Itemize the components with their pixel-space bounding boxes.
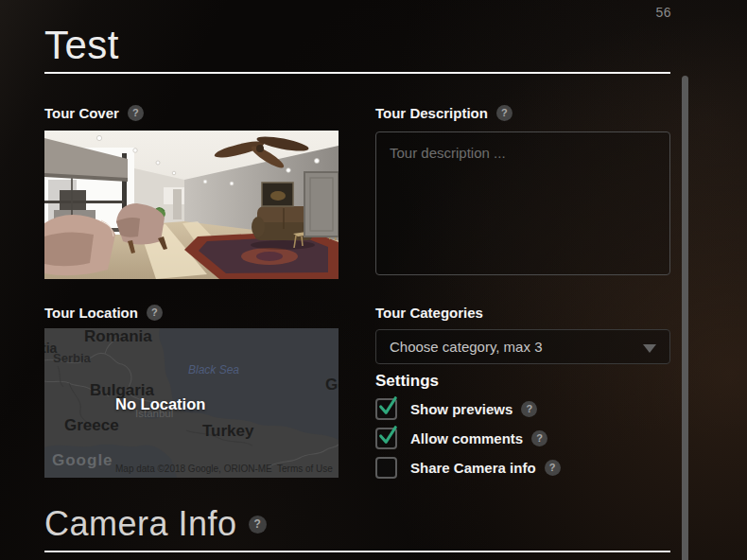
help-icon[interactable]: ? [147,305,163,321]
photo-counter: 56 [655,5,671,20]
tour-cover-label: Tour Cover [44,105,119,121]
camera-info-divider [44,551,670,552]
map-label-istanbul: Istanbul [135,409,173,420]
camera-info-heading-row: Camera Info ? [44,504,267,544]
map-label-greece: Greece [64,417,119,433]
tour-categories-label-row: Tour Categories [375,304,483,321]
caret-down-icon [643,344,656,353]
setting-row-share-camera-info: Share Camera info ? [375,456,561,479]
tour-description-label: Tour Description [375,105,488,121]
map-attribution: Map data ©2018 Google, ORION-ME [115,464,272,474]
share-camera-info-checkbox[interactable] [375,457,397,479]
camera-info-heading: Camera Info [44,504,237,544]
tour-description-input[interactable] [375,131,670,275]
help-icon[interactable]: ? [496,105,512,121]
scrollbar-thumb[interactable] [682,76,688,560]
show-previews-checkbox[interactable] [375,398,397,420]
tour-title: Test [44,23,119,68]
map-label-georgia: Ge [325,376,339,393]
map-label-black-sea: Black Sea [188,364,239,376]
help-icon[interactable]: ? [531,430,547,446]
category-dropdown[interactable]: Choose category, max 3 [375,329,670,364]
check-icon [377,395,398,416]
share-camera-info-label: Share Camera info [410,460,536,476]
tour-location-label-row: Tour Location ? [44,304,163,321]
allow-comments-checkbox[interactable] [375,428,397,449]
terms-of-use-link[interactable]: Terms of Use [277,464,333,474]
tour-cover-image[interactable] [44,131,339,279]
title-divider [44,72,670,74]
help-icon[interactable]: ? [128,105,144,121]
help-icon[interactable]: ? [521,401,537,417]
tour-location-label: Tour Location [44,305,138,321]
map-label-serbia: Serbia [53,352,91,364]
setting-row-allow-comments: Allow comments ? [375,427,547,449]
help-icon[interactable]: ? [545,460,561,476]
help-icon[interactable]: ? [249,516,267,534]
living-room-render [44,131,339,279]
allow-comments-label: Allow comments [410,430,523,446]
map-label-turkey: Turkey [202,423,254,439]
show-previews-label: Show previews [410,401,512,417]
tour-location-map[interactable]: tia Romania Serbia Black Sea Bulgaria No… [44,328,339,478]
tour-cover-label-row: Tour Cover ? [44,104,144,121]
tour-categories-label: Tour Categories [375,305,483,321]
map-label-romania: Romania [84,328,152,344]
tour-description-label-row: Tour Description ? [375,104,512,121]
setting-row-show-previews: Show previews ? [375,397,537,420]
category-dropdown-value: Choose category, max 3 [390,339,542,355]
check-icon [377,425,398,446]
settings-heading: Settings [375,372,439,391]
google-logo: Google [52,452,113,468]
